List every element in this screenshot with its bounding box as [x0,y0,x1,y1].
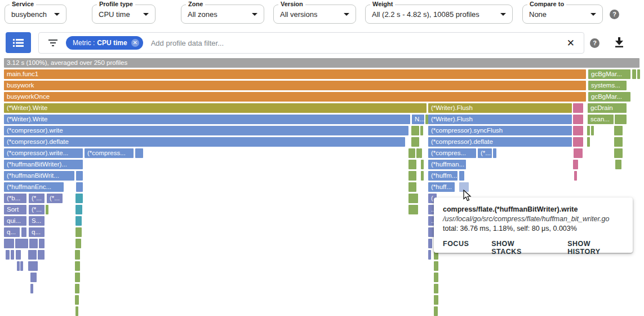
flame-bar[interactable]: gcDrain [588,103,627,113]
flame-bar[interactable]: busywork [4,81,586,90]
flame-bar[interactable]: (*compressor).write [4,126,408,135]
flame-bar[interactable] [75,239,81,248]
selector-weight[interactable]: WeightAll (2.2 s - 4.82 s), 10085 profil… [365,5,513,24]
flame-bar[interactable] [11,250,14,260]
flame-bar[interactable]: gcBgMar... [588,92,630,102]
flame-bar[interactable]: qui... [4,216,26,226]
flame-bar[interactable] [459,171,464,181]
flame-bar[interactable] [614,137,623,147]
flame-bar[interactable]: q... [4,227,20,237]
flame-bar[interactable] [428,250,431,260]
flame-bar[interactable] [411,126,419,135]
chip-remove-icon[interactable]: ✕ [131,39,139,47]
flame-bar[interactable] [38,250,45,260]
flame-bar[interactable] [434,284,438,293]
flame-bar[interactable]: ... [428,216,434,226]
flame-bar[interactable] [573,103,583,113]
flame-bar[interactable] [408,171,416,181]
flame-bar[interactable]: 3.12 s (100%), averaged over 250 profile… [4,58,639,68]
flame-bar[interactable] [434,273,438,282]
selector-profile-type[interactable]: Profile typeCPU time [92,5,156,24]
download-button[interactable] [614,36,624,47]
flame-bar[interactable]: (*compressor).deflate [428,137,572,147]
flame-bar[interactable] [419,148,422,158]
flame-bar[interactable]: scan... [588,115,614,124]
flame-bar[interactable]: ... [428,205,434,214]
selector-zone[interactable]: ZoneAll zones [181,5,264,24]
flame-bar[interactable]: (*huffman... [428,160,466,169]
flame-bar[interactable]: (*Writer).Write [4,103,427,113]
flame-bar[interactable]: (*compressor).write... [4,148,83,158]
flame-bar[interactable] [615,160,621,169]
flame-bar[interactable] [408,205,418,214]
flame-bar[interactable] [30,273,37,282]
flame-bar[interactable] [75,261,80,271]
flame-bar[interactable]: N... [412,115,424,124]
flame-bar[interactable] [434,306,438,316]
flame-bar[interactable] [434,261,438,271]
focus-button[interactable]: FOCUS [443,240,469,256]
flame-bar[interactable] [614,148,623,158]
flame-bar[interactable] [421,171,424,181]
flame-bar[interactable] [75,205,82,214]
flame-bar[interactable] [21,227,26,237]
flame-bar[interactable] [615,115,627,124]
flame-bar[interactable]: (*... [478,148,492,158]
flame-bar[interactable] [614,126,623,135]
flame-bar[interactable] [587,126,590,135]
flame-bar[interactable] [75,273,80,282]
flame-bar[interactable] [20,261,23,271]
flame-bar[interactable] [421,160,424,169]
flame-bar[interactable]: S... [29,216,45,226]
flame-bar[interactable] [75,250,80,260]
clear-filter-icon[interactable]: ✕ [567,38,575,48]
flame-bar[interactable]: Sort [4,205,26,214]
flame-bar[interactable]: (*compress... [85,148,134,158]
flame-bar[interactable] [408,194,418,203]
flame-bar[interactable] [573,126,583,135]
flame-bar[interactable]: (*huffmanEnc... [4,182,64,192]
flame-bar[interactable]: (*huff... [428,182,455,192]
view-list-button[interactable] [6,32,31,53]
flame-bar[interactable] [28,250,37,260]
flame-bar[interactable]: busyworkOnce [4,92,586,102]
flame-bar[interactable] [16,250,21,260]
flame-bar[interactable] [420,126,423,135]
filter-input[interactable] [150,38,584,48]
selector-compare-to[interactable]: Compare toNone [522,5,603,24]
flame-bar[interactable]: (*huffmanBitWriter)... [4,160,83,169]
flame-bar[interactable] [30,284,33,293]
flame-bar[interactable] [587,137,590,147]
flame-bar[interactable] [76,182,83,192]
show-history-button[interactable]: SHOW HISTORY [567,240,624,256]
flame-bar[interactable] [135,148,143,158]
flame-bar[interactable] [459,182,469,192]
flame-bar[interactable]: (*huffm... [428,171,458,181]
flame-bar[interactable] [493,148,496,158]
flame-bar[interactable] [75,227,82,237]
flame-bar[interactable] [28,261,38,271]
show-stacks-button[interactable]: SHOW STACKS [491,240,545,256]
flame-bar[interactable] [408,160,416,169]
flame-bar[interactable] [408,182,416,192]
flame-bar[interactable] [75,194,83,203]
metric-filter-chip[interactable]: Metric : CPU time ✕ [66,36,143,50]
flame-bar[interactable] [75,216,82,226]
flame-bar[interactable] [637,69,640,79]
flame-bar[interactable]: (*Writer).Flush [428,103,572,113]
flame-bar[interactable] [6,250,10,260]
flame-bar[interactable] [46,205,48,214]
flame-bar[interactable] [408,148,415,158]
flame-bar[interactable]: (*compres... [428,148,476,158]
flame-bar[interactable]: (*... [47,194,63,203]
flame-bar[interactable] [574,171,577,181]
flame-bar[interactable] [29,239,38,248]
filter-help-icon[interactable]: ? [590,38,599,48]
flame-bar[interactable]: systems... [588,81,627,90]
flame-bar[interactable] [411,137,419,147]
flame-bar[interactable] [75,306,78,316]
flame-bar[interactable]: (*b... [4,194,26,203]
flame-bar[interactable] [573,160,578,169]
selector-version[interactable]: VersionAll versions [273,5,356,24]
flame-bar[interactable] [573,137,583,147]
